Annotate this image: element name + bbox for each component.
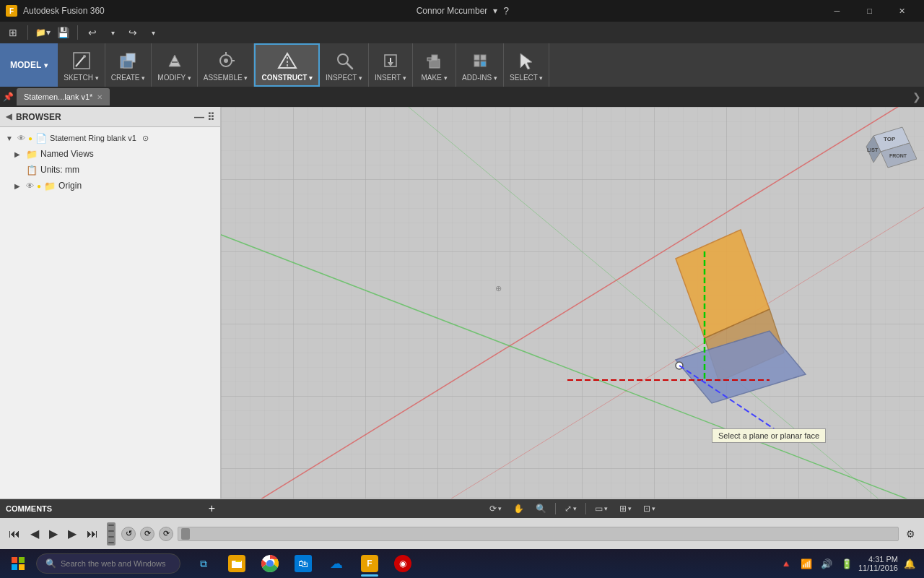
create-group[interactable]: CREATE ▾ <box>105 43 152 87</box>
make-group[interactable]: MAKE ▾ <box>413 43 456 87</box>
tree-root-item[interactable]: ▼ 👁 ● 📄 Statement Ring blank v1 ⊙ <box>0 130 220 146</box>
system-clock[interactable]: 4:31 PM 11/11/2016 <box>858 555 898 572</box>
zoom-button[interactable]: 🔍 <box>531 501 551 516</box>
start-button[interactable] <box>0 549 36 578</box>
viewport-bottom-bar: ⟳▾ ✋ 🔍 ⤢▾ ▭▾ ⊞▾ ⊡▾ <box>221 499 924 518</box>
tray-volume-icon[interactable]: 🔊 <box>818 557 835 571</box>
active-tab[interactable]: Statemen...lank v1* ✕ <box>17 88 110 105</box>
tree-arrow-origin: ▶ <box>14 182 23 190</box>
display-mode-1-button[interactable]: ▭▾ <box>590 501 612 516</box>
timeline-next-button[interactable]: ▶ <box>65 524 79 543</box>
maximize-button[interactable]: □ <box>853 0 886 22</box>
onedrive-app[interactable]: ☁ <box>321 549 352 578</box>
timeline-settings-icon[interactable]: ⚙ <box>903 525 918 543</box>
svg-rect-24 <box>481 61 486 66</box>
taskview-icon: ⧉ <box>195 555 212 572</box>
svg-text:TOP: TOP <box>884 136 896 142</box>
minimize-button[interactable]: ─ <box>821 0 853 22</box>
assemble-group[interactable]: ASSEMBLE ▾ <box>198 43 255 87</box>
viewport[interactable]: ⊕ ⊕ <box>221 107 924 499</box>
select-group[interactable]: SELECT ▾ <box>504 43 550 87</box>
fusion360-app[interactable]: F <box>354 549 385 578</box>
model-mode-button[interactable]: MODEL ▾ <box>0 43 58 87</box>
eye-icon-origin[interactable]: 👁 <box>26 181 34 190</box>
insert-group[interactable]: INSERT ▾ <box>369 43 413 87</box>
titlebar: F Autodesk Fusion 360 Connor Mccumber ▾ … <box>0 0 924 22</box>
tree-named-views[interactable]: ▶ 📁 Named Views <box>0 146 220 162</box>
addins-group[interactable]: ADD-INS ▾ <box>456 43 504 87</box>
timeline-loop-button[interactable]: ↺ <box>121 527 136 541</box>
construct-group[interactable]: CONSTRUCT ▾ <box>254 43 320 87</box>
display-mode-2-button[interactable]: ⊞▾ <box>615 501 636 516</box>
comments-add-button[interactable]: + <box>209 502 215 515</box>
timeline-marker[interactable] <box>181 528 190 540</box>
fit-button[interactable]: ⤢▾ <box>560 501 581 516</box>
viewcube[interactable]: TOP FRONT LIST <box>859 114 917 172</box>
redo-dropdown-icon[interactable]: ▾ <box>144 24 162 41</box>
timeline-prev-button[interactable]: ◀ <box>27 524 42 543</box>
explorer-app[interactable] <box>221 549 253 578</box>
user-dropdown-icon[interactable]: ▾ <box>493 6 497 16</box>
svg-text:⊕: ⊕ <box>495 284 502 293</box>
sketch-group[interactable]: SKETCH ▾ <box>58 43 105 87</box>
tab-name: Statemen...lank v1* <box>24 92 92 101</box>
save-icon[interactable]: 💾 <box>54 24 71 41</box>
orbit-button[interactable]: ⟳▾ <box>485 501 506 516</box>
chrome-app[interactable] <box>254 549 286 578</box>
taskview-app[interactable]: ⧉ <box>188 549 219 578</box>
pan-button[interactable]: ✋ <box>509 501 528 516</box>
grid-icon[interactable]: ⊞ <box>4 24 22 41</box>
assemble-icon <box>214 49 237 72</box>
toolbar-separator-2 <box>77 25 78 40</box>
taskbar-search[interactable]: 🔍 Search the web and Windows <box>36 553 180 574</box>
svg-line-1 <box>76 56 84 66</box>
ribbon: MODEL ▾ SKETCH ▾ CREATE ▾ <box>0 43 924 87</box>
eye-icon-root[interactable]: 👁 <box>17 134 25 142</box>
timeline-rewind-button[interactable]: ⟳ <box>140 527 154 541</box>
tab-close-icon[interactable]: ✕ <box>97 93 103 101</box>
tab-pin-icon: 📌 <box>3 92 14 102</box>
tray-battery-icon[interactable]: 🔋 <box>838 557 855 571</box>
browser-minimize-icon[interactable]: — <box>194 111 204 123</box>
fit-dropdown-icon: ▾ <box>573 505 577 512</box>
timeline-track[interactable] <box>178 527 899 541</box>
select-label: SELECT ▾ <box>510 74 544 82</box>
inspect-group[interactable]: INSPECT ▾ <box>320 43 369 87</box>
notification-icon[interactable]: 🔔 <box>901 557 918 571</box>
svg-point-8 <box>224 59 228 63</box>
svg-rect-23 <box>474 61 479 66</box>
undo-icon[interactable]: ↩ <box>84 24 101 41</box>
svg-rect-49 <box>12 564 17 570</box>
timeline-end-button[interactable]: ⏭ <box>84 525 101 543</box>
clock-time: 4:31 PM <box>858 555 898 564</box>
timeline-forward-button[interactable]: ⟳ <box>159 527 173 541</box>
tray-network-icon[interactable]: 📶 <box>798 557 815 571</box>
close-button[interactable]: ✕ <box>886 0 918 22</box>
tree-origin[interactable]: ▶ 👁 ● 📁 Origin <box>0 178 220 194</box>
browser-collapse-icon[interactable]: ◀ <box>6 112 12 121</box>
tray-arrow-icon[interactable]: 🔺 <box>777 557 795 571</box>
open-file-icon[interactable]: 📁▾ <box>34 24 51 41</box>
browser-drag-icon[interactable]: ⠿ <box>207 111 214 123</box>
inspect-label: INSPECT ▾ <box>326 74 362 82</box>
svg-marker-25 <box>520 53 532 69</box>
redo-icon[interactable]: ↪ <box>124 24 141 41</box>
grid-canvas: ⊕ ⊕ <box>221 107 924 499</box>
vp-sep-1 <box>555 503 556 514</box>
user-name: Connor Mccumber <box>417 6 488 16</box>
timeline-start-button[interactable]: ⏮ <box>6 525 23 543</box>
undo-dropdown-icon[interactable]: ▾ <box>104 24 121 41</box>
svg-rect-48 <box>19 557 25 563</box>
tree-units[interactable]: 📋 Units: mm <box>0 162 220 178</box>
construct-icon <box>276 49 299 72</box>
modify-group[interactable]: MODIFY ▾ <box>152 43 197 87</box>
app-icon: F <box>6 5 17 17</box>
tab-expand-icon[interactable]: ❯ <box>912 91 921 103</box>
timeline-play-button[interactable]: ▶ <box>46 524 61 543</box>
help-icon[interactable]: ? <box>503 5 509 17</box>
display-mode-3-button[interactable]: ⊡▾ <box>639 501 660 516</box>
store-app[interactable]: 🛍 <box>287 549 319 578</box>
app7[interactable]: ◉ <box>387 549 419 578</box>
orbit-dropdown-icon: ▾ <box>498 505 502 512</box>
app7-icon: ◉ <box>394 555 411 572</box>
